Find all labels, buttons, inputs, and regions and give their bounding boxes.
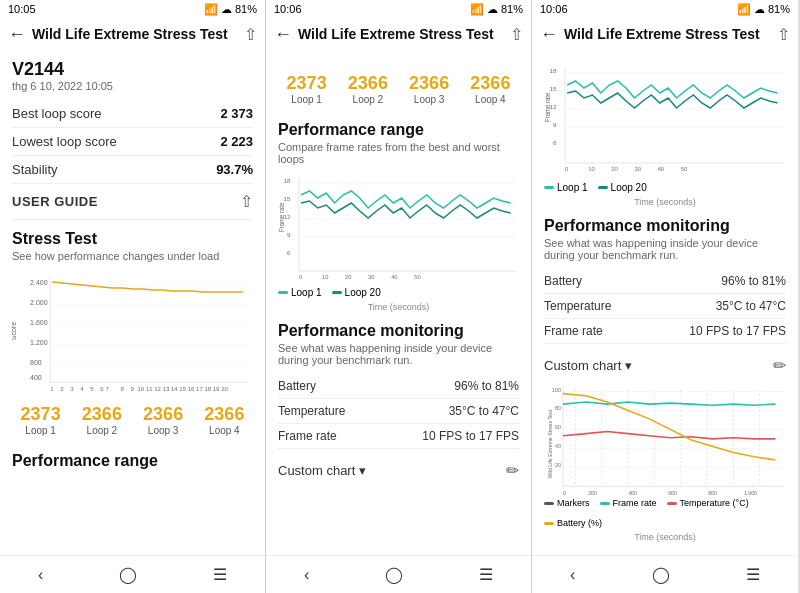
- panel-1-content: V2144 thg 6 10, 2022 10:05 Best loop sco…: [0, 51, 265, 555]
- battery-2: 📶 ☁ 81%: [470, 3, 523, 16]
- nav-back-3[interactable]: ‹: [556, 560, 589, 590]
- svg-text:Wild Life Extreme Stress Test: Wild Life Extreme Stress Test: [547, 409, 553, 478]
- svg-text:30: 30: [634, 166, 640, 172]
- perf-chart-svg-2: Frame rate 18 15 12 9 6 0 1: [278, 173, 519, 283]
- nav-menu-3[interactable]: ☰: [732, 559, 774, 590]
- perf-range-title-2: Performance range: [278, 121, 519, 139]
- p2-battery-value: 96% to 81%: [454, 379, 519, 393]
- user-guide-row: USER GUIDE ⇧: [12, 184, 253, 220]
- svg-text:100: 100: [552, 387, 561, 393]
- back-button-3[interactable]: ←: [540, 24, 558, 45]
- metric-stability: Stability 93.7%: [12, 156, 253, 184]
- back-button-2[interactable]: ←: [274, 24, 292, 45]
- loop-scores-2: 2373 Loop 1 2366 Loop 2 2366 Loop 3 2366…: [278, 67, 519, 111]
- p2-temp-label: Temperature: [278, 404, 345, 418]
- dropdown-arrow-3: ▾: [625, 358, 632, 373]
- user-guide-label[interactable]: USER GUIDE: [12, 194, 98, 209]
- p2-loop-label-2: Loop 3: [403, 94, 456, 105]
- bottom-nav-2: ‹ ◯ ☰: [266, 555, 531, 593]
- loop-num-0: 2373: [14, 404, 67, 425]
- p2-temp-row: Temperature 35°C to 47°C: [278, 399, 519, 424]
- battery-text-1: 81%: [235, 3, 257, 15]
- metric-label-0: Best loop score: [12, 106, 102, 121]
- svg-text:20: 20: [611, 166, 617, 172]
- svg-text:1.200: 1.200: [30, 339, 48, 346]
- p3-battery-row: Battery 96% to 81%: [544, 269, 786, 294]
- svg-text:15: 15: [284, 195, 292, 202]
- battery-text-2: 81%: [501, 3, 523, 15]
- loop-num-3: 2366: [198, 404, 251, 425]
- custom-chart-dropdown-2[interactable]: Custom chart ▾: [278, 463, 366, 478]
- svg-text:40: 40: [555, 443, 561, 449]
- custom-chart-dropdown-3[interactable]: Custom chart ▾: [544, 358, 632, 373]
- back-button-1[interactable]: ←: [8, 24, 26, 45]
- nav-menu-2[interactable]: ☰: [465, 559, 507, 590]
- nav-back-2[interactable]: ‹: [290, 560, 323, 590]
- svg-text:8: 8: [120, 386, 124, 391]
- edit-icon-2[interactable]: ✏: [506, 461, 519, 480]
- svg-text:9: 9: [130, 386, 134, 391]
- page-title-3: Wild Life Extreme Stress Test: [564, 26, 771, 43]
- battery-3: 📶 ☁ 81%: [737, 3, 790, 16]
- loop-score-0: 2373 Loop 1: [12, 398, 69, 442]
- page-title-2: Wild Life Extreme Stress Test: [298, 26, 504, 43]
- nav-menu-1[interactable]: ☰: [199, 559, 241, 590]
- edit-icon-3[interactable]: ✏: [773, 356, 786, 375]
- p2-battery-row: Battery 96% to 81%: [278, 374, 519, 399]
- svg-text:12: 12: [284, 213, 292, 220]
- svg-text:2.000: 2.000: [30, 299, 48, 306]
- loop-label-3: Loop 4: [198, 425, 251, 436]
- custom-chart-label-2: Custom chart: [278, 463, 355, 478]
- share-icon-guide[interactable]: ⇧: [240, 192, 253, 211]
- share-button-2[interactable]: ⇧: [510, 25, 523, 44]
- status-bar-2: 10:06 📶 ☁ 81%: [266, 0, 531, 18]
- perf-range-sub-2: Compare frame rates from the best and wo…: [278, 141, 519, 165]
- version-text: V2144: [12, 59, 253, 80]
- svg-text:15: 15: [550, 85, 558, 92]
- nav-home-3[interactable]: ◯: [638, 559, 684, 590]
- p3-fps-value: 10 FPS to 17 FPS: [689, 324, 786, 338]
- svg-text:200: 200: [588, 490, 597, 496]
- legend-3-bottom: Markers Frame rate Temperature (°C) Batt…: [544, 498, 786, 528]
- x-axis-label-2: Time (seconds): [278, 302, 519, 312]
- loop-label-1: Loop 2: [75, 425, 128, 436]
- p2-loop-num-1: 2366: [341, 73, 394, 94]
- nav-home-2[interactable]: ◯: [371, 559, 417, 590]
- custom-chart-big: Wild Life Extreme Stress Test 100 80 60 …: [544, 381, 786, 496]
- p2-loop-score-3: 2366 Loop 4: [462, 67, 519, 111]
- custom-chart-label-3: Custom chart: [544, 358, 621, 373]
- svg-text:20: 20: [555, 462, 561, 468]
- share-button-1[interactable]: ⇧: [244, 25, 257, 44]
- p2-loop-num-0: 2373: [280, 73, 333, 94]
- metric-best-loop: Best loop score 2 373: [12, 100, 253, 128]
- time-2: 10:06: [274, 3, 302, 15]
- svg-text:1.000: 1.000: [744, 490, 757, 496]
- svg-text:0: 0: [299, 274, 302, 280]
- x-axis-label-3a: Time (seconds): [544, 197, 786, 207]
- p2-loop-score-2: 2366 Loop 3: [401, 67, 458, 111]
- legend-battery: Battery (%): [544, 518, 602, 528]
- p3-fps-row: Frame rate 10 FPS to 17 FPS: [544, 319, 786, 344]
- svg-text:800: 800: [30, 359, 42, 366]
- nav-back-1[interactable]: ‹: [24, 560, 57, 590]
- svg-text:4: 4: [80, 386, 84, 391]
- svg-text:10 11 12 13 14 15 16 17 18 19 : 10 11 12 13 14 15 16 17 18 19 20: [138, 386, 229, 391]
- status-bar-1: 10:05 📶 ☁ 81%: [0, 0, 265, 18]
- p2-temp-value: 35°C to 47°C: [449, 404, 519, 418]
- svg-text:0: 0: [563, 490, 566, 496]
- perf-mon-title-2: Performance monitoring: [278, 322, 519, 340]
- perf-chart-svg-3: Frame rate 18 15 12 9 6 0 10 20 30 40 50: [544, 63, 786, 178]
- nav-home-1[interactable]: ◯: [105, 559, 151, 590]
- svg-text:6: 6: [287, 249, 291, 256]
- stress-chart-svg: 2.400 2.000 1.600 1.200 800 400 1 2: [12, 270, 253, 391]
- perf-range-title-1: Performance range: [12, 452, 253, 470]
- perf-mon-sub-3: See what was happening inside your devic…: [544, 237, 786, 261]
- x-axis-label-3b: Time (seconds): [544, 532, 786, 542]
- share-button-3[interactable]: ⇧: [777, 25, 790, 44]
- bottom-nav-1: ‹ ◯ ☰: [0, 555, 265, 593]
- p2-loop-label-1: Loop 2: [341, 94, 394, 105]
- svg-text:400: 400: [30, 374, 42, 381]
- p2-loop-num-3: 2366: [464, 73, 517, 94]
- legend-dot-loop20: [332, 291, 342, 294]
- perf-mon-sub-2: See what was happening inside your devic…: [278, 342, 519, 366]
